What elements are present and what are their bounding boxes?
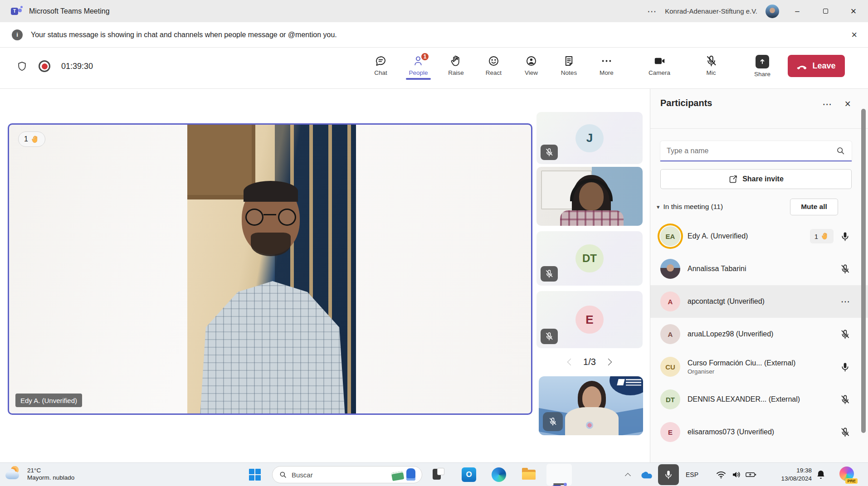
mic-muted-icon [541, 266, 558, 282]
share-invite-icon [728, 175, 738, 184]
minimize-button[interactable]: – [787, 0, 807, 22]
mic-muted-icon [840, 264, 850, 274]
file-explorer-icon[interactable] [522, 467, 536, 482]
start-button[interactable] [249, 469, 261, 481]
clock[interactable]: 19:38 13/08/2024 [769, 463, 812, 486]
mic-muted-icon [543, 412, 563, 431]
close-button[interactable]: × [844, 0, 863, 22]
avatar: A [660, 292, 680, 311]
participant-row[interactable]: A aruaLLopez98 (Unverified) [650, 318, 868, 350]
window-title: Microsoft Teams Meeting [29, 7, 110, 15]
panel-scrollbar[interactable] [861, 109, 866, 433]
view-button[interactable]: View [512, 53, 550, 76]
mute-all-button[interactable]: Mute all [790, 199, 838, 215]
camera-button[interactable]: Camera [644, 55, 675, 76]
participant-row[interactable]: CU Curso Formación Ciu... (External) Org… [650, 350, 868, 383]
panel-more-icon[interactable]: ⋯ [823, 99, 832, 110]
raised-hand-badge: 1 [18, 131, 45, 147]
battery-icon[interactable] [746, 463, 756, 486]
mic-on-icon [840, 231, 850, 242]
outlook-icon[interactable]: O [462, 467, 476, 482]
panel-close-icon[interactable]: × [845, 98, 851, 110]
hand-emoji-icon [821, 232, 829, 240]
participant-tile-e[interactable]: E [536, 291, 643, 348]
wifi-icon[interactable] [716, 463, 727, 486]
edge-icon[interactable] [492, 467, 506, 482]
avatar: E [660, 422, 680, 442]
avatar: E [575, 306, 604, 334]
mic-muted-icon [840, 427, 850, 437]
more-icon [600, 55, 613, 67]
mic-muted-icon [541, 329, 558, 344]
main-video-tile[interactable]: 1 Edy A. (Unverified) [8, 123, 532, 415]
participant-row[interactable]: EA Edy A. (Unverified) 1 [650, 220, 868, 253]
row-more-icon[interactable]: ⋯ [841, 296, 850, 307]
chat-icon [375, 55, 387, 67]
tray-expand-icon[interactable] [625, 473, 631, 479]
mic-button[interactable]: Mic [698, 55, 724, 76]
banner-text: Your status message is showing in chat a… [31, 31, 337, 39]
raise-hand-button[interactable]: Raise [437, 53, 475, 76]
participant-tile-dt[interactable]: DT [536, 231, 643, 286]
volume-icon[interactable] [731, 463, 742, 486]
titlebar-overflow-icon[interactable]: ⋯ [647, 6, 657, 17]
participant-search[interactable] [660, 141, 852, 161]
window-title-bar: T Microsoft Teams Meeting ⋯ Konrad-Adena… [0, 0, 868, 22]
prev-page-icon[interactable] [567, 358, 575, 365]
desktop-screen: T Microsoft Teams Meeting ⋯ Konrad-Adena… [0, 0, 868, 486]
account-name[interactable]: Konrad-Adenauer-Stiftung e.V. [665, 7, 757, 15]
speaker-name-label: Edy A. (Unverified) [15, 394, 82, 407]
toolbar-buttons: Chat 1 People Raise React View Notes [362, 53, 625, 76]
avatar: CU [660, 357, 680, 377]
participant-tile-j[interactable]: J [536, 112, 643, 164]
maximize-button[interactable] [815, 0, 835, 22]
raise-hand-icon [450, 55, 462, 67]
notifications-bell-icon[interactable] [815, 463, 826, 486]
panel-title: Participants [660, 98, 712, 108]
task-view-button[interactable] [432, 467, 446, 482]
notes-button[interactable]: Notes [550, 53, 588, 76]
participant-row[interactable]: A apcontactgt (Unverified) ⋯ [650, 285, 868, 318]
next-page-icon[interactable] [605, 358, 612, 365]
search-icon [279, 471, 287, 479]
avatar: EA [660, 226, 680, 246]
mic-muted-icon [705, 55, 717, 67]
notes-icon [563, 55, 575, 67]
participant-row[interactable]: DT DENNIS ALEXANDER... (External) [650, 383, 868, 416]
weather-widget[interactable]: 21°C Mayorm. nublado [5, 465, 74, 482]
mic-muted-icon [840, 394, 850, 405]
self-view-tile[interactable] [539, 376, 643, 435]
account-avatar[interactable] [766, 5, 779, 18]
copilot-icon[interactable]: PRE [839, 467, 856, 483]
copilot-pre-badge: PRE [845, 478, 858, 484]
avatar: DT [660, 389, 680, 409]
banner-close-icon[interactable]: × [851, 29, 857, 41]
language-indicator[interactable]: ESP [686, 463, 698, 486]
page-indicator: 1/3 [583, 357, 596, 367]
react-button[interactable]: React [475, 53, 512, 76]
share-invite-button[interactable]: Share invite [660, 169, 852, 189]
teams-taskbar-icon[interactable]: T [552, 482, 567, 486]
participant-row[interactable]: AT Annalissa Tabarini [650, 253, 868, 285]
chat-button[interactable]: Chat [362, 53, 400, 76]
participant-tile-video[interactable] [536, 167, 643, 226]
participant-role: Organiser [688, 368, 840, 375]
participant-row[interactable]: E elisaramos073 (Unverified) [650, 416, 868, 448]
status-banner: i Your status message is showing in chat… [0, 22, 868, 48]
info-icon: i [12, 29, 23, 40]
thumbnail-pager: 1/3 [536, 354, 643, 370]
section-caret-icon[interactable]: ▾ [657, 204, 660, 210]
search-input[interactable] [667, 147, 836, 155]
meeting-section-header[interactable]: ▾ In this meeting (11) Mute all [657, 198, 862, 216]
windows-taskbar: 21°C Mayorm. nublado O T ESP [0, 462, 868, 486]
taskbar-search-input[interactable] [292, 471, 390, 479]
taskbar-search[interactable] [272, 466, 422, 483]
tray-mic-button[interactable] [658, 464, 679, 485]
virtual-background-logo [610, 376, 643, 395]
leave-button[interactable]: Leave [788, 55, 845, 77]
share-button[interactable]: Share [748, 55, 776, 78]
onedrive-icon[interactable] [640, 463, 653, 486]
more-button[interactable]: More [588, 53, 625, 76]
people-button[interactable]: 1 People [400, 53, 437, 76]
meeting-toolbar: 01:39:30 Chat 1 People Raise React [0, 48, 868, 89]
